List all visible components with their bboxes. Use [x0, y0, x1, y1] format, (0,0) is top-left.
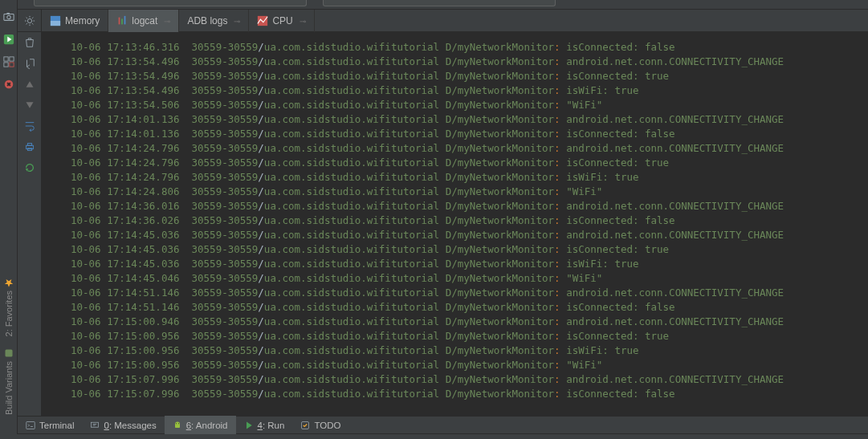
build-icon	[4, 348, 14, 358]
svg-marker-12	[4, 279, 13, 287]
svg-rect-17	[119, 18, 120, 25]
tool-tabs: Memory logcat ⊸ ADB logs ⊸ CPU ⊸	[18, 10, 868, 32]
tab-logcat-label: logcat	[132, 15, 157, 26]
svg-rect-18	[121, 18, 123, 24]
log-line: 10-06 17:14:24.806 30559-30559/ua.com.si…	[66, 185, 868, 199]
pin-icon: ⊸	[234, 17, 240, 26]
restart-icon[interactable]	[22, 161, 37, 175]
svg-marker-21	[26, 81, 33, 87]
memory-icon	[50, 15, 61, 26]
log-line: 10-06 17:15:00.956 30559-30559/ua.com.si…	[66, 329, 868, 343]
tab-cpu[interactable]: CPU ⊸	[249, 10, 314, 32]
pin-icon: ⊸	[300, 17, 306, 26]
btab-messages-key: 0	[104, 421, 108, 430]
svg-rect-27	[26, 421, 35, 429]
btab-android-label: Android	[196, 421, 228, 430]
log-line: 10-06 17:14:45.036 30559-30559/ua.com.si…	[66, 257, 868, 271]
pin-icon: ⊸	[164, 17, 170, 26]
svg-rect-7	[3, 63, 7, 67]
scroll-end-icon[interactable]	[22, 56, 37, 71]
layout-icon[interactable]	[3, 56, 14, 67]
camera-icon[interactable]	[3, 11, 14, 22]
log-output[interactable]: 10-06 17:13:46.316 30559-30559/ua.com.si…	[66, 32, 868, 416]
todo-icon	[300, 421, 310, 430]
print-icon[interactable]	[22, 140, 37, 154]
btab-run-key: 4	[258, 421, 263, 430]
log-line: 10-06 17:14:24.796 30559-30559/ua.com.si…	[66, 170, 868, 185]
svg-rect-8	[9, 63, 13, 67]
run-icon	[244, 421, 254, 430]
favorites-label: 2: Favorites	[4, 291, 14, 336]
log-line: 10-06 17:14:45.046 30559-30559/ua.com.si…	[66, 271, 868, 286]
status-bar	[0, 434, 868, 439]
log-padding	[42, 32, 66, 416]
tool-window-menu[interactable]	[18, 10, 42, 31]
build-variants-label: Build Variants	[4, 361, 14, 415]
svg-marker-31	[247, 421, 252, 429]
svg-marker-22	[26, 102, 33, 108]
cpu-icon	[257, 15, 268, 26]
down-icon[interactable]	[22, 98, 37, 112]
svg-rect-28	[92, 422, 99, 427]
terminal-icon	[26, 421, 35, 430]
btab-terminal[interactable]: Terminal	[18, 416, 82, 434]
svg-rect-0	[3, 14, 13, 21]
log-line: 10-06 17:14:36.026 30559-30559/ua.com.si…	[66, 213, 868, 228]
btab-run[interactable]: 4: Run	[236, 416, 293, 434]
log-line: 10-06 17:13:54.496 30559-30559/ua.com.si…	[66, 55, 868, 69]
bottom-tool-tabs: Terminal 0: Messages 6: Android 4: Run T…	[18, 416, 868, 434]
tab-cpu-label: CPU	[272, 15, 292, 26]
btab-todo[interactable]: TODO	[292, 416, 348, 434]
tab-adb-label: ADB logs	[187, 15, 227, 26]
stop-icon[interactable]	[3, 79, 14, 90]
tab-memory[interactable]: Memory	[42, 10, 108, 32]
svg-point-14	[27, 18, 31, 22]
svg-rect-13	[5, 349, 12, 356]
svg-rect-6	[9, 57, 13, 61]
android-icon	[173, 421, 182, 430]
svg-rect-2	[6, 13, 10, 14]
svg-point-30	[178, 423, 179, 424]
log-line: 10-06 17:14:24.796 30559-30559/ua.com.si…	[66, 156, 868, 170]
btab-terminal-label: Terminal	[39, 421, 74, 430]
play-icon[interactable]	[3, 34, 14, 45]
log-gutter	[18, 32, 42, 416]
sidebar-favorites[interactable]: 2: Favorites	[4, 278, 14, 336]
svg-point-29	[176, 423, 177, 424]
btab-android-key: 6	[186, 421, 191, 430]
svg-rect-16	[51, 21, 60, 26]
log-line: 10-06 17:15:00.956 30559-30559/ua.com.si…	[66, 343, 868, 358]
svg-rect-5	[3, 57, 7, 61]
log-line: 10-06 17:14:01.136 30559-30559/ua.com.si…	[66, 127, 868, 141]
log-line: 10-06 17:14:36.016 30559-30559/ua.com.si…	[66, 199, 868, 213]
log-line: 10-06 17:14:45.036 30559-30559/ua.com.si…	[66, 242, 868, 257]
log-line: 10-06 17:13:54.496 30559-30559/ua.com.si…	[66, 83, 868, 98]
tab-adb[interactable]: ADB logs ⊸	[179, 10, 249, 32]
device-selector[interactable]	[34, 0, 307, 6]
logcat-icon	[116, 15, 128, 26]
wrap-icon[interactable]	[22, 119, 37, 133]
log-line: 10-06 17:15:07.996 30559-30559/ua.com.si…	[66, 387, 868, 401]
log-line: 10-06 17:13:54.506 30559-30559/ua.com.si…	[66, 98, 868, 112]
btab-messages[interactable]: 0: Messages	[82, 416, 164, 434]
log-line: 10-06 17:14:51.146 30559-30559/ua.com.si…	[66, 286, 868, 300]
up-icon[interactable]	[22, 77, 37, 91]
svg-rect-24	[27, 144, 31, 146]
log-line: 10-06 17:15:00.946 30559-30559/ua.com.si…	[66, 315, 868, 329]
tab-memory-label: Memory	[65, 15, 100, 26]
svg-rect-19	[124, 16, 126, 25]
tab-logcat[interactable]: logcat ⊸	[108, 10, 179, 32]
svg-point-1	[6, 15, 10, 18]
btab-run-label: Run	[267, 421, 284, 430]
btab-messages-label: Messages	[114, 421, 156, 430]
left-rail: 2: Favorites Build Variants	[0, 0, 18, 439]
process-selector[interactable]	[323, 0, 556, 6]
sidebar-build-variants[interactable]: Build Variants	[4, 348, 14, 415]
log-line: 10-06 17:15:07.996 30559-30559/ua.com.si…	[66, 372, 868, 387]
trash-icon[interactable]	[22, 35, 37, 50]
gear-icon	[24, 15, 35, 26]
toolbar-strip	[18, 0, 868, 10]
btab-android[interactable]: 6: Android	[165, 416, 236, 434]
log-line: 10-06 17:13:46.316 30559-30559/ua.com.si…	[66, 40, 868, 55]
log-line: 10-06 17:15:00.956 30559-30559/ua.com.si…	[66, 358, 868, 372]
